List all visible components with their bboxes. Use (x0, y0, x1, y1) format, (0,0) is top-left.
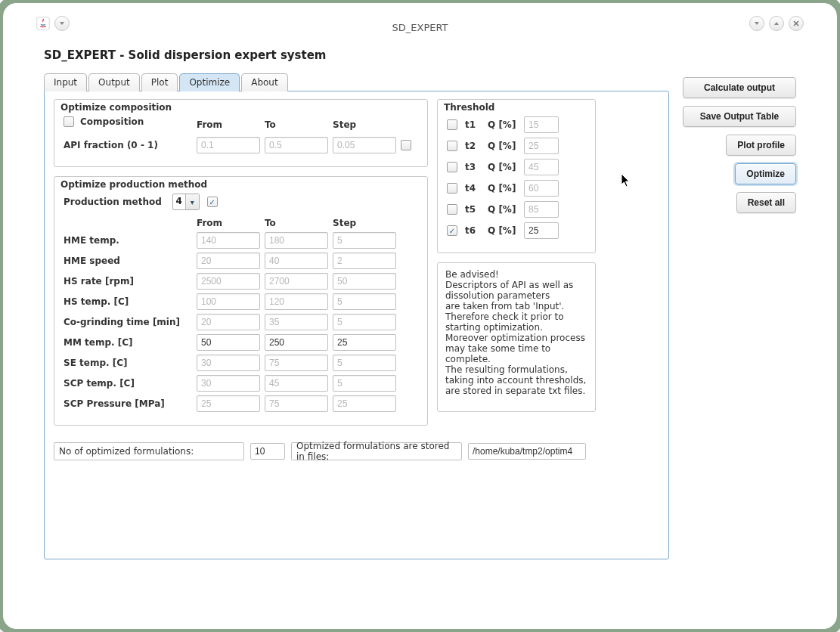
param-step-input[interactable] (333, 355, 396, 371)
threshold-q-input[interactable] (524, 201, 559, 218)
api-fraction-from[interactable] (197, 137, 260, 153)
threshold-t-label: t4 (465, 183, 483, 194)
param-row: SCP temp. [C] (64, 375, 418, 392)
param-to-input[interactable] (265, 273, 328, 290)
param-step-input[interactable] (333, 232, 396, 249)
threshold-checkbox[interactable]: ✓ (447, 225, 457, 236)
tab-input[interactable]: Input (44, 73, 87, 91)
param-label: SE temp. [C] (64, 358, 192, 368)
param-from-input[interactable] (197, 314, 260, 330)
header-step: Step (333, 218, 396, 228)
threshold-checkbox[interactable] (447, 141, 457, 151)
threshold-q-label: Q [%] (488, 162, 519, 172)
api-fraction-trailing-checkbox[interactable] (401, 140, 411, 150)
param-from-input[interactable] (197, 395, 260, 412)
optimize-button[interactable]: Optimize (735, 163, 796, 184)
threshold-checkbox[interactable] (447, 183, 457, 194)
tab-about[interactable]: About (241, 73, 287, 91)
param-step-input[interactable] (333, 395, 396, 412)
tab-optimize[interactable]: Optimize (179, 73, 240, 91)
group-threshold: Threshold t1Q [%]t2Q [%]t3Q [%]t4Q [%]t5… (437, 99, 596, 253)
calculate-output-button[interactable]: Calculate output (683, 77, 796, 98)
param-step-input[interactable] (333, 334, 396, 351)
java-icon (36, 17, 50, 30)
threshold-row: t2Q [%] (447, 138, 586, 154)
param-label: MM temp. [C] (64, 337, 192, 348)
threshold-q-label: Q [%] (488, 119, 519, 130)
threshold-checkbox[interactable] (447, 162, 457, 172)
param-to-input[interactable] (265, 252, 328, 269)
group-production: Optimize production method Production me… (54, 176, 428, 426)
param-to-input[interactable] (265, 375, 328, 392)
threshold-q-input[interactable] (524, 222, 559, 239)
production-method-checkbox[interactable]: ✓ (207, 197, 218, 207)
param-from-input[interactable] (197, 334, 260, 351)
minimize-button[interactable] (749, 16, 764, 31)
threshold-q-input[interactable] (524, 159, 559, 175)
count-label: No of optimized formulations: (54, 442, 244, 460)
param-row: HS temp. [C] (64, 293, 418, 310)
tabstrip: Input Output Plot Optimize About (44, 73, 669, 91)
threshold-t-label: t2 (465, 141, 483, 151)
group-legend: Threshold (444, 102, 494, 113)
param-to-input[interactable] (265, 293, 328, 310)
production-method-spinner[interactable]: 4 ▾ (172, 194, 200, 210)
path-value[interactable] (468, 443, 586, 460)
maximize-button[interactable] (769, 16, 784, 31)
group-legend: Optimize composition (60, 102, 172, 113)
param-from-input[interactable] (197, 355, 260, 371)
api-fraction-to[interactable] (265, 137, 328, 153)
composition-checkbox[interactable] (64, 116, 74, 127)
titlebar-menu-button[interactable] (54, 16, 70, 31)
threshold-q-label: Q [%] (488, 204, 519, 215)
param-from-input[interactable] (197, 293, 260, 310)
param-from-input[interactable] (197, 273, 260, 290)
advisory-text: Be advised! Descriptors of API as well a… (437, 262, 596, 412)
param-step-input[interactable] (333, 375, 396, 392)
page-title: SD_EXPERT - Solid dispersion expert syst… (44, 48, 796, 62)
close-button[interactable] (789, 16, 804, 31)
param-row: SE temp. [C] (64, 355, 418, 371)
header-from: From (197, 218, 260, 228)
param-to-input[interactable] (265, 232, 328, 249)
threshold-q-label: Q [%] (488, 141, 519, 151)
param-from-input[interactable] (197, 375, 260, 392)
header-step: Step (333, 119, 396, 130)
threshold-q-input[interactable] (524, 180, 559, 197)
param-to-input[interactable] (265, 314, 328, 330)
tab-plot[interactable]: Plot (141, 73, 178, 91)
threshold-t-label: t1 (465, 119, 483, 130)
chevron-down-icon[interactable]: ▾ (185, 194, 199, 209)
threshold-row: t1Q [%] (447, 116, 586, 133)
tab-output[interactable]: Output (88, 73, 140, 91)
group-composition: Optimize composition Composition From To… (54, 99, 428, 167)
param-to-input[interactable] (265, 355, 328, 371)
param-label: SCP Pressure [MPa] (64, 398, 192, 409)
param-from-input[interactable] (197, 252, 260, 269)
param-step-input[interactable] (333, 252, 396, 269)
threshold-q-input[interactable] (524, 138, 559, 154)
threshold-q-input[interactable] (524, 116, 559, 133)
param-row: MM temp. [C] (64, 334, 418, 351)
param-step-input[interactable] (333, 273, 396, 290)
threshold-checkbox[interactable] (447, 204, 457, 215)
threshold-row: t4Q [%] (447, 180, 586, 197)
param-to-input[interactable] (265, 395, 328, 412)
param-label: HME speed (64, 256, 192, 266)
param-to-input[interactable] (265, 334, 328, 351)
threshold-row: t5Q [%] (447, 201, 586, 218)
reset-all-button[interactable]: Reset all (736, 192, 796, 213)
plot-profile-button[interactable]: Plot profile (726, 135, 796, 156)
count-value[interactable] (250, 443, 285, 460)
param-step-input[interactable] (333, 293, 396, 310)
threshold-q-label: Q [%] (488, 183, 519, 194)
threshold-checkbox[interactable] (447, 119, 457, 130)
param-step-input[interactable] (333, 314, 396, 330)
tab-panel-optimize: Optimize composition Composition From To… (44, 91, 669, 559)
threshold-t-label: t5 (465, 204, 483, 215)
param-from-input[interactable] (197, 232, 260, 249)
api-fraction-step[interactable] (333, 137, 396, 153)
composition-label: Composition (80, 116, 147, 127)
production-method-label: Production method (64, 197, 165, 207)
save-output-table-button[interactable]: Save Output Table (683, 106, 796, 127)
